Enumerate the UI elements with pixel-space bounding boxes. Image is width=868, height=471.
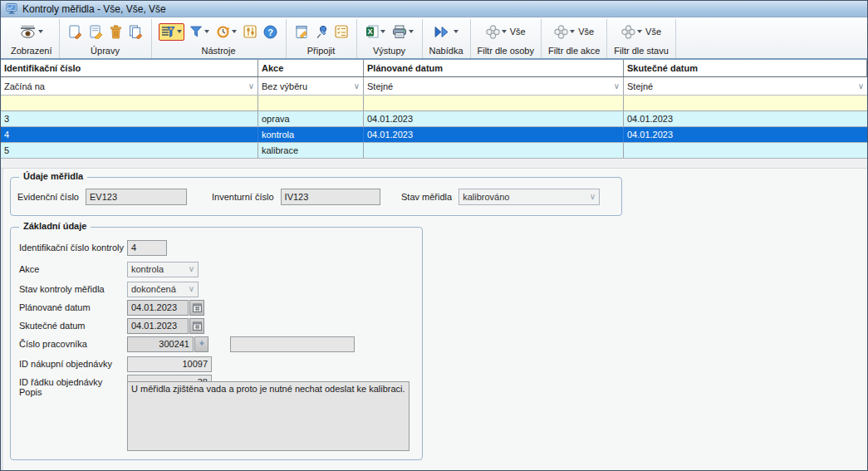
print-button[interactable] <box>390 23 415 40</box>
filter-status-button[interactable]: Vše <box>620 23 663 41</box>
attach-note-button[interactable] <box>293 23 311 41</box>
chevron-down-icon: ∨ <box>248 82 254 91</box>
worker-name-field[interactable] <box>230 336 355 352</box>
groupbox-title: Základní údaje <box>19 221 91 231</box>
copy-record-button[interactable] <box>127 23 145 41</box>
dropdown-arrow-icon <box>38 30 43 33</box>
refresh-schedule-button[interactable] <box>214 23 238 41</box>
clover-filter-icon <box>554 25 568 39</box>
toolbar-group-upravy: Úpravy <box>60 19 152 58</box>
column-header-planovane-datum[interactable]: Plánované datum <box>364 60 624 76</box>
filter-action-button[interactable]: Vše <box>552 23 596 41</box>
cislo-pracovnika-field[interactable]: 300241 <box>127 336 194 352</box>
dropdown-arrow-icon <box>570 30 575 33</box>
cell-planovane: 04.01.2023 <box>364 111 624 126</box>
double-chevron-menu-icon <box>434 26 452 38</box>
cell-skutecne: 04.01.2023 <box>624 127 867 142</box>
funnel-filter-icon <box>189 25 203 38</box>
planovane-datum-field[interactable]: 04.01.2023 <box>127 300 189 316</box>
chevron-down-icon: ∨ <box>189 285 194 293</box>
toolbar-group-vystupy: X Výstupy <box>357 19 423 58</box>
search-input-cell[interactable] <box>624 96 867 110</box>
dropdown-arrow-icon <box>409 30 414 33</box>
grid-filler <box>1 159 868 169</box>
table-row[interactable]: 5 kalibrace <box>1 143 868 159</box>
checklist-icon <box>335 25 348 38</box>
settings-button[interactable] <box>242 23 258 40</box>
menu-button[interactable] <box>432 24 460 40</box>
filter-operator-dropdown[interactable]: Stejné∨ <box>624 77 867 95</box>
evidencni-cislo-field[interactable]: EV123 <box>86 189 187 205</box>
toolbar-group-zobrazeni: Zobrazení <box>4 19 60 58</box>
cell-id: 3 <box>1 111 258 126</box>
cislo-pracovnika-label: Číslo pracovníka <box>19 339 87 349</box>
checklist-button[interactable] <box>333 23 350 40</box>
search-input-cell[interactable] <box>364 96 624 110</box>
dropdown-arrow-icon <box>177 30 182 33</box>
toolbar-group-label: Nástroje <box>159 45 279 57</box>
pin-button[interactable] <box>314 23 330 41</box>
dropdown-arrow-icon <box>232 30 237 33</box>
filter-operator-dropdown[interactable]: Stejné∨ <box>364 77 624 95</box>
toolbar-group-label: Nabídka <box>429 45 463 57</box>
toolbar-group-label: Filtr dle osoby <box>478 45 534 57</box>
calendar-icon <box>193 303 202 312</box>
toolbar-group-pripojit: Připojit <box>287 19 357 58</box>
akce-combo[interactable]: kontrola∨ <box>127 262 199 277</box>
skutecne-datum-label: Skutečné datum <box>19 321 86 331</box>
inventurni-cislo-field[interactable]: IV123 <box>281 189 380 205</box>
cell-planovane: 04.01.2023 <box>364 127 624 142</box>
inventurni-cislo-label: Inventurní číslo <box>212 192 274 202</box>
export-excel-button[interactable]: X <box>364 23 387 40</box>
window-monitor-icon <box>6 2 18 15</box>
evidencni-cislo-label: Evidenční číslo <box>17 192 79 202</box>
edit-record-button[interactable] <box>87 23 105 41</box>
table-row[interactable]: 3 oprava 04.01.2023 04.01.2023 <box>1 111 868 127</box>
id-nakupni-objednavky-label: ID nákupní objednávky <box>19 359 112 369</box>
akce-label: Akce <box>19 264 39 274</box>
cell-akce: kalibrace <box>258 143 364 158</box>
help-button[interactable]: ? <box>262 23 279 41</box>
column-header-identifikacni-cislo[interactable]: Identifikační číslo <box>1 60 258 76</box>
toolbar-group-nabidka: Nabídka <box>423 19 471 58</box>
toolbar-group-filtr-akce: Vše Filtr dle akce <box>542 19 607 58</box>
title-bar: Kontroly měřidla - Vše, Vše, Vše <box>1 1 867 17</box>
eye-views-icon <box>19 25 37 38</box>
popis-textarea[interactable]: U měřidla zjištěna vada a proto je nutné… <box>127 381 409 451</box>
column-header-skutecne-datum[interactable]: Skutečné datum <box>624 60 867 76</box>
id-nakupni-objednavky-field[interactable]: 10097 <box>127 356 212 372</box>
table-row-selected[interactable]: 4 kontrola 04.01.2023 04.01.2023 <box>1 127 868 143</box>
calendar-button[interactable] <box>189 300 204 316</box>
lookup-arrow-icon <box>199 341 205 347</box>
filter-button[interactable] <box>188 23 211 40</box>
id-kontroly-label: Identifikační číslo kontroly <box>19 243 124 253</box>
chevron-down-icon: ∨ <box>354 82 360 91</box>
id-kontroly-field[interactable]: 4 <box>127 240 167 256</box>
filter-person-button[interactable]: Vše <box>484 23 527 41</box>
cell-id: 5 <box>1 143 258 158</box>
toolbar-group-label: Výstupy <box>364 45 415 57</box>
column-header-akce[interactable]: Akce <box>258 60 364 76</box>
views-button[interactable] <box>17 23 45 40</box>
skutecne-datum-field[interactable]: 04.01.2023 <box>127 318 189 334</box>
worker-lookup-button[interactable] <box>194 336 208 352</box>
active-view-filter-button[interactable] <box>159 23 184 41</box>
view-filter-icon <box>161 26 175 38</box>
note-icon <box>295 25 309 39</box>
search-input-cell[interactable] <box>258 96 364 110</box>
calendar-icon <box>193 321 202 331</box>
stav-kontroly-combo[interactable]: dokončená∨ <box>127 282 199 297</box>
search-input-cell[interactable] <box>1 96 258 110</box>
grid-search-row <box>1 96 868 111</box>
cell-id: 4 <box>1 127 258 142</box>
help-icon: ? <box>263 25 277 39</box>
delete-record-button[interactable] <box>108 23 124 41</box>
filter-operator-dropdown[interactable]: Bez výběru∨ <box>258 77 364 95</box>
new-record-button[interactable] <box>66 23 84 41</box>
copy-record-icon <box>129 25 143 39</box>
stav-meridla-combo[interactable]: kalibrováno∨ <box>459 189 600 205</box>
detail-pane: Údaje měřidla Evidenční číslo EV123 Inve… <box>1 169 867 471</box>
filter-operator-dropdown[interactable]: Začíná na∨ <box>1 77 258 95</box>
window-title: Kontroly měřidla - Vše, Vše, Vše <box>22 3 166 15</box>
calendar-button[interactable] <box>189 318 204 334</box>
